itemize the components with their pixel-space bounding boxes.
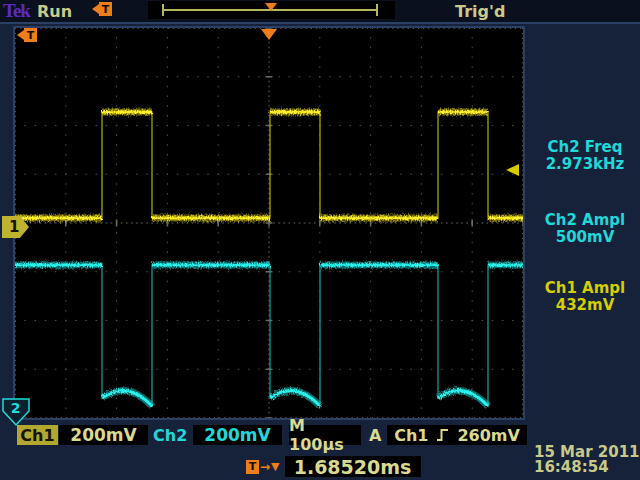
- measurement-value: 500mV: [531, 229, 639, 246]
- trigger-source: Ch1: [394, 426, 428, 445]
- graticule: [13, 26, 525, 420]
- oscilloscope-screen: Tek Run T Trig'd T 1 2 Ch1 200mV Ch2 200…: [0, 0, 640, 480]
- arrow-right-icon: →: [260, 461, 270, 473]
- ch2-label: Ch2: [153, 426, 187, 445]
- trigger-position-flag-icon: T: [92, 2, 112, 16]
- measurement-label: Ch2 Ampl: [531, 212, 639, 229]
- top-status-bar: Tek Run T Trig'd: [0, 0, 640, 24]
- ch2-scale-readout: 200mV: [193, 425, 282, 445]
- ch2-marker-label: 2: [11, 400, 21, 416]
- trigger-mode-label: A: [369, 426, 381, 445]
- measurement-value: 432mV: [531, 297, 639, 314]
- trigger-t-icon: T: [246, 460, 259, 474]
- delay-time-value: 1.68520ms: [285, 456, 421, 477]
- record-view-bar: [148, 1, 395, 19]
- measurement-ch1-ampl: Ch1 Ampl 432mV: [531, 280, 639, 314]
- tek-logo: Tek: [3, 0, 30, 22]
- arrow-left-icon: [17, 30, 24, 40]
- measurement-ch2-ampl: Ch2 Ampl 500mV: [531, 212, 639, 246]
- trigger-t-icon: T: [99, 2, 112, 16]
- rising-edge-icon: [436, 427, 449, 443]
- ch2-ground-marker: 2: [2, 398, 32, 428]
- trigger-position-marker-icon: [261, 29, 277, 40]
- measurement-label: Ch1 Ampl: [531, 280, 639, 297]
- arrow-left-icon: [92, 4, 99, 14]
- timebase-readout: M 100µs: [289, 425, 361, 445]
- trigger-status: Trig'd: [455, 2, 505, 21]
- measurement-value: 2.973kHz: [531, 156, 639, 173]
- datetime-readout: 15 Mar 2011 16:48:54: [534, 445, 640, 475]
- time-value: 16:48:54: [534, 460, 640, 475]
- waveform-display: [15, 28, 523, 418]
- ch1-label-badge: Ch1: [17, 425, 58, 445]
- ch1-scale-readout: 200mV: [59, 425, 148, 445]
- trigger-t-icon: T: [24, 28, 37, 42]
- measurement-ch2-freq: Ch2 Freq 2.973kHz: [531, 139, 639, 173]
- acquisition-status: Run: [37, 2, 72, 21]
- horizontal-delay-readout: T → ▼ 1.68520ms: [246, 456, 421, 477]
- trigger-level-arrow-icon: [506, 164, 519, 176]
- trigger-level: 260mV: [457, 426, 519, 445]
- triangle-down-icon: ▼: [271, 461, 279, 472]
- record-trigger-marker-icon: [265, 3, 277, 11]
- trigger-readout: Ch1 260mV: [387, 425, 527, 445]
- measurement-label: Ch2 Freq: [531, 139, 639, 156]
- record-right-bracket: [376, 4, 378, 16]
- trigger-reference-flag-icon: T: [17, 28, 37, 42]
